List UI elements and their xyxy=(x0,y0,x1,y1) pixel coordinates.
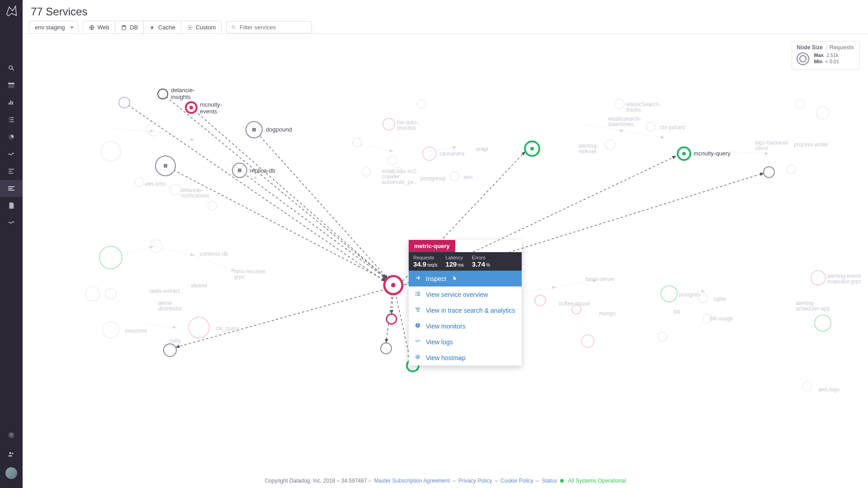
footer-cookie-link[interactable]: Cookie Policy xyxy=(500,478,533,484)
svg-text:?: ? xyxy=(10,433,12,437)
svg-rect-74 xyxy=(417,293,420,294)
tooltip-title: metric-query xyxy=(409,240,455,252)
menu-inspect[interactable]: Inspect xyxy=(409,271,522,286)
svg-point-30 xyxy=(388,156,397,165)
svg-point-25 xyxy=(208,201,217,210)
help-icon[interactable]: ? xyxy=(0,426,23,445)
menu-service-overview[interactable]: View service overview xyxy=(409,286,522,302)
svg-point-38 xyxy=(614,99,624,109)
nav-service-map-icon[interactable] xyxy=(0,180,23,197)
svg-point-53 xyxy=(119,97,130,108)
menu-view-logs[interactable]: View logs xyxy=(409,334,522,350)
logo[interactable] xyxy=(3,3,19,19)
footer-status-link[interactable]: Status xyxy=(542,478,557,484)
tooltip-metrics: Requests 34.9req/s Latency 129ms Errors … xyxy=(409,252,522,271)
svg-point-42 xyxy=(698,294,708,303)
svg-point-33 xyxy=(450,172,459,181)
svg-point-13 xyxy=(232,26,235,28)
svg-rect-81 xyxy=(417,324,418,326)
env-select[interactable]: env:staging xyxy=(29,21,78,34)
footer-msa-link[interactable]: Master Subscription Agreement xyxy=(374,478,450,484)
svg-point-36 xyxy=(581,335,594,347)
search-input[interactable] xyxy=(240,24,307,31)
nav-infrastructure-icon[interactable] xyxy=(0,94,23,111)
svg-rect-79 xyxy=(417,311,419,312)
svg-point-44 xyxy=(796,99,805,108)
menu-view-monitors[interactable]: View monitors xyxy=(409,318,522,334)
svg-point-39 xyxy=(646,122,656,131)
svg-point-18 xyxy=(150,240,162,253)
filter-db[interactable]: DB xyxy=(115,21,144,33)
svg-point-32 xyxy=(393,167,402,176)
context-menu: Inspect View service overview View in tr… xyxy=(409,271,522,366)
svg-point-69 xyxy=(381,343,392,354)
team-icon[interactable] xyxy=(0,445,23,464)
svg-point-9 xyxy=(12,453,13,454)
svg-point-66 xyxy=(391,283,396,287)
svg-point-40 xyxy=(661,286,677,302)
alert-icon xyxy=(414,322,421,330)
svg-rect-77 xyxy=(415,308,420,309)
svg-rect-78 xyxy=(416,309,420,310)
nav-dashboards-icon[interactable] xyxy=(0,77,23,94)
service-map-canvas[interactable]: Node Size | Requests Max2.51k Min< 0.01 xyxy=(23,34,868,474)
nav-events-icon[interactable] xyxy=(0,60,23,77)
svg-point-12 xyxy=(189,27,191,28)
footer-privacy-link[interactable]: Privacy Policy xyxy=(458,478,492,484)
cursor-icon xyxy=(452,275,458,282)
page-footer: Copyright Datadog, Inc. 2018 – 34.597487… xyxy=(23,474,868,488)
svg-point-67 xyxy=(387,314,396,324)
service-search[interactable] xyxy=(226,21,312,33)
arrow-right-icon xyxy=(414,275,421,282)
svg-point-35 xyxy=(572,305,581,314)
filter-web[interactable]: Web xyxy=(83,21,116,33)
svg-point-47 xyxy=(802,382,811,391)
svg-point-28 xyxy=(417,99,426,108)
sidebar: ? xyxy=(0,0,23,488)
svg-rect-3 xyxy=(9,169,14,170)
filter-cache[interactable]: Cache xyxy=(144,21,181,33)
svg-rect-59 xyxy=(164,164,167,168)
svg-point-31 xyxy=(362,167,371,176)
svg-point-17 xyxy=(101,141,121,161)
svg-point-22 xyxy=(105,288,116,299)
svg-rect-82 xyxy=(417,326,418,327)
nav-notebooks-icon[interactable] xyxy=(0,197,23,214)
svg-rect-71 xyxy=(415,292,416,293)
nav-monitors-icon[interactable] xyxy=(0,111,23,128)
toolbar: env:staging Web DB Cache Custom xyxy=(29,21,312,34)
svg-point-52 xyxy=(189,106,193,109)
svg-point-19 xyxy=(189,317,209,338)
filter-custom[interactable]: Custom xyxy=(181,21,222,33)
status-dot-icon xyxy=(560,479,564,483)
svg-point-63 xyxy=(682,152,686,155)
svg-rect-5 xyxy=(9,173,14,174)
svg-point-49 xyxy=(815,315,831,331)
svg-point-11 xyxy=(122,25,126,27)
nav-integrations-icon[interactable] xyxy=(0,145,23,163)
user-avatar[interactable] xyxy=(0,464,23,483)
svg-point-15 xyxy=(146,122,161,136)
nav-metrics-icon[interactable] xyxy=(0,128,23,145)
svg-point-14 xyxy=(99,246,122,269)
svg-rect-72 xyxy=(417,292,420,293)
svg-rect-76 xyxy=(417,295,420,296)
hostmap-icon xyxy=(414,354,421,361)
page-title: 77 Services xyxy=(31,5,87,18)
svg-point-24 xyxy=(170,184,181,195)
svg-rect-75 xyxy=(415,295,416,296)
menu-trace-search[interactable]: View in trace search & analytics xyxy=(409,302,522,318)
footer-systems-link[interactable]: All Systems Operational xyxy=(568,478,626,484)
svg-point-27 xyxy=(383,118,395,130)
list-icon xyxy=(414,291,421,298)
svg-point-48 xyxy=(811,271,826,285)
svg-point-46 xyxy=(787,165,796,174)
menu-view-hostmap[interactable]: View hostmap xyxy=(409,350,522,366)
svg-point-41 xyxy=(703,314,712,323)
svg-rect-73 xyxy=(415,293,416,294)
nav-logs-icon[interactable] xyxy=(0,214,23,231)
svg-rect-57 xyxy=(238,169,241,172)
svg-point-50 xyxy=(158,89,168,99)
nav-apm-icon[interactable] xyxy=(0,163,23,180)
svg-point-20 xyxy=(103,322,119,338)
